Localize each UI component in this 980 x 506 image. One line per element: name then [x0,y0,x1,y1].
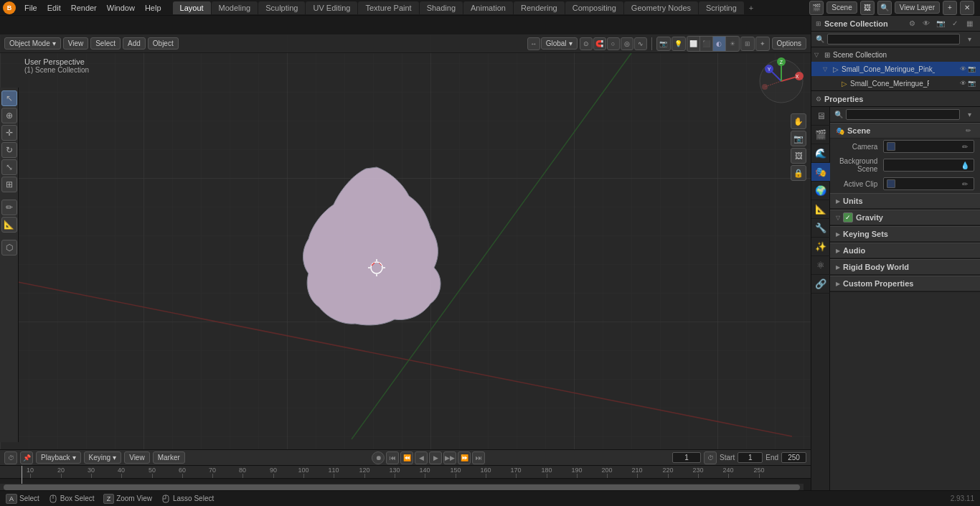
measure-tool[interactable]: 📐 [1,217,17,233]
audio-header[interactable]: ▶ Audio [830,243,980,258]
menu-window[interactable]: Window [103,2,139,14]
keying-sets-header[interactable]: ▶ Keying Sets [830,226,980,242]
pivot-icon[interactable]: ⊙ [580,37,593,50]
item-cam-1[interactable]: 📷 [968,80,976,87]
particles-tab[interactable]: ✨ [811,238,830,256]
transform-tool[interactable]: ⊞ [1,177,17,192]
play-btn[interactable]: ▶ [429,451,442,464]
tab-modeling[interactable]: Modeling [212,1,258,14]
outliner-item-0[interactable]: ▽ ▷ Small_Cone_Meringue_Pink_C 👁 📷 [811,62,980,76]
timeline-scrollbar-thumb[interactable] [4,484,800,490]
jump-end-btn[interactable]: ⏭ [472,451,485,464]
camera-eyedropper[interactable]: ✏ [959,141,971,152]
outliner-extra-icon[interactable]: ▦ [963,17,976,30]
camera-icon[interactable]: 📷 [656,37,671,51]
outliner-item-1[interactable]: ▷ Small_Cone_Meringue_Pi 👁 📷 [811,76,980,90]
gravity-checkbox[interactable]: ✓ [843,212,853,222]
scene-section-header[interactable]: 🎭 Scene ✏ [830,123,980,139]
select-menu[interactable]: Select [90,37,121,50]
physics-tab[interactable]: ⚛ [811,256,830,275]
menu-file[interactable]: File [20,2,42,14]
search-icon[interactable]: 🔍 [877,1,892,15]
outliner-filter-icon[interactable]: ⚙ [905,17,918,30]
tab-compositing[interactable]: Compositing [565,1,623,14]
outliner-search-input[interactable] [827,34,960,44]
tab-rendering[interactable]: Rendering [514,1,565,14]
end-frame[interactable]: 250 [781,452,806,463]
snapping-icon[interactable]: 🧲 [593,37,606,50]
custom-props-header[interactable]: ▶ Custom Properties [830,276,980,291]
view-layer-tab[interactable]: 🌊 [811,144,830,163]
scene-edit-icon[interactable]: ✏ [963,125,974,136]
render-slot-icon[interactable]: 🖼 [860,1,875,15]
light-icon[interactable]: 💡 [672,37,686,51]
navigation-gizmo[interactable]: X Y Z [756,56,806,106]
record-btn[interactable]: ⏺ [372,451,385,464]
output-tab[interactable]: 🎬 [811,126,830,144]
next-frame-btn[interactable]: ⏩ [458,451,471,464]
tab-sculpting[interactable]: Sculpting [258,1,305,14]
item-vis-1[interactable]: 👁 [960,80,966,87]
modifier-tab[interactable]: 🔧 [811,219,830,238]
prev-keyframe-btn[interactable]: ◀ [415,451,428,464]
rendered-btn[interactable]: ☀ [726,37,739,51]
playback-menu[interactable]: Playback ▾ [36,451,81,464]
outliner-item-scene-collection[interactable]: ▽ ⊞ Scene Collection [811,47,980,62]
object-menu[interactable]: Object [148,37,179,50]
properties-search-input[interactable] [846,109,960,120]
view-menu[interactable]: View [63,37,89,50]
viewlayer-add-icon[interactable]: + [943,1,957,15]
next-keyframe-btn[interactable]: ▶▶ [443,451,456,464]
active-clip-dropper[interactable]: ✏ [959,178,971,189]
rigidbody-header[interactable]: ▶ Rigid Body World [830,259,980,275]
units-header[interactable]: ▶ Units [830,193,980,209]
select-tool[interactable]: ↖ [1,90,17,106]
current-frame[interactable]: 1 [672,452,701,463]
render-tab[interactable]: 🖥 [811,107,830,126]
scene-selector[interactable]: Scene [826,1,857,14]
lock-view-btn[interactable]: 🔒 [791,165,806,181]
transform-icon[interactable]: ↔ [527,37,540,50]
background-scene-value[interactable]: 💧 [883,159,974,172]
props-filter-icon[interactable]: ▾ [963,108,976,121]
tab-uv-editing[interactable]: UV Editing [306,1,357,14]
annotate-tool[interactable]: ✏ [1,200,17,215]
tab-animation[interactable]: Animation [463,1,513,14]
view-layer-selector[interactable]: View Layer [895,1,940,14]
constraints-tab[interactable]: 🔗 [811,275,830,294]
tab-texture-paint[interactable]: Texture Paint [358,1,418,14]
wireframe-btn[interactable]: ⬜ [687,37,700,51]
menu-help[interactable]: Help [141,2,166,14]
active-clip-value[interactable]: ✏ [883,177,974,190]
transform-space[interactable]: Global ▾ [541,37,578,50]
viewport-3d[interactable]: Object Mode ▾ View Select Add Object ↔ G… [0,34,811,458]
jump-start-btn[interactable]: ⏮ [386,451,399,464]
overlay-btn[interactable]: ⊞ [740,37,755,51]
scene-selector-icon[interactable]: 🎬 [809,1,824,15]
hand-tool[interactable]: ✋ [791,113,806,129]
timeline-pin-icon[interactable]: 📌 [20,451,33,464]
item-cam-0[interactable]: 📷 [968,65,976,72]
proportional2-icon[interactable]: ◎ [621,37,633,50]
timeline-scrubber-area[interactable]: 1020304050607080901001101201301401501601… [0,466,811,491]
menu-edit[interactable]: Edit [43,2,65,14]
rotate-tool[interactable]: ↻ [1,142,17,158]
outliner-filter-toggle[interactable]: ▾ [963,33,976,46]
graph-icon[interactable]: ∿ [634,37,647,50]
render-icon[interactable]: 🖼 [791,148,806,164]
prev-frame-btn[interactable]: ⏪ [400,451,413,464]
viewlayer-options-icon[interactable]: ✕ [960,1,974,15]
keying-menu[interactable]: Keying ▾ [84,451,122,464]
background-scene-dropper[interactable]: 💧 [959,159,971,171]
material-btn[interactable]: ◐ [713,37,726,51]
outliner-select-icon[interactable]: ✓ [948,17,961,30]
outliner-render-icon[interactable]: 📷 [934,17,947,30]
view-menu-timeline[interactable]: View [124,451,150,464]
object-tab[interactable]: 📐 [811,200,830,219]
timeline-type-icon[interactable]: ⏱ [4,451,17,464]
marker-menu[interactable]: Marker [153,451,185,464]
camera-value[interactable]: ✏ [883,140,974,153]
menu-render[interactable]: Render [67,2,101,14]
tab-scripting[interactable]: Scripting [699,1,744,14]
tab-shading[interactable]: Shading [420,1,463,14]
